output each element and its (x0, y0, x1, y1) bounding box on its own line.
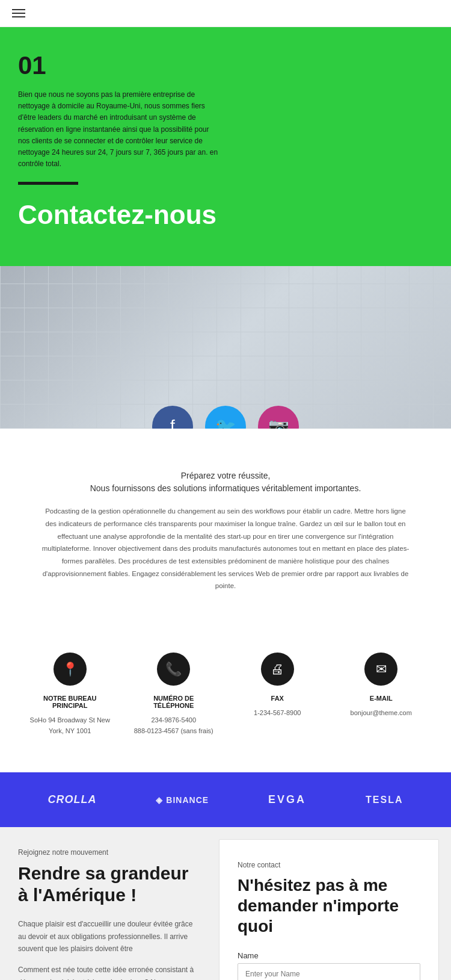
contact-card-fax: 🖨 FAX 1-234-567-8900 (226, 653, 330, 736)
bottom-section: Rejoignez notre mouvement Rendre sa gran… (0, 827, 451, 980)
social-icons-group: f 🐦 📷 (152, 406, 299, 429)
brand-binance: ◈ BINANCE (156, 795, 209, 805)
info-body: Podcasting de la gestion opérationnelle … (39, 505, 412, 592)
email-info: bonjour@theme.com (330, 708, 434, 719)
left-panel: Rejoignez notre mouvement Rendre sa gran… (0, 827, 219, 980)
left-panel-text2: Comment est née toute cette idée erronée… (18, 964, 201, 980)
contact-card-email: ✉ E-MAIL bonjour@theme.com (330, 653, 434, 736)
phone-title: NUMÉRO DETÉLÉPHONE (122, 695, 226, 709)
header (0, 0, 451, 27)
hero-divider (18, 182, 78, 185)
contact-cards: 📍 NOTRE BUREAUPRINCIPAL SoHo 94 Broadway… (0, 640, 451, 772)
phone-info: 234-9876-5400888-0123-4567 (sans frais) (122, 715, 226, 736)
phone-icon: 📞 (157, 653, 190, 686)
fax-info: 1-234-567-8900 (226, 708, 330, 719)
office-info: SoHo 94 Broadway St NewYork, NY 1001 (18, 715, 122, 736)
left-panel-label: Rejoignez notre mouvement (18, 848, 201, 857)
facebook-icon[interactable]: f (152, 406, 193, 429)
location-icon: 📍 (54, 653, 87, 686)
building-background (0, 266, 451, 429)
contact-card-phone: 📞 NUMÉRO DETÉLÉPHONE 234-9876-5400888-01… (122, 653, 226, 736)
brand-evga: EVGA (268, 793, 306, 806)
brand-tesla: TESLA (366, 795, 403, 805)
left-panel-title: Rendre sa grandeur à l'Amérique ! (18, 863, 201, 906)
right-panel-label: Notre contact (238, 861, 420, 869)
tagline-1: Préparez votre réussite, (18, 471, 433, 480)
name-input[interactable] (238, 963, 420, 980)
brands-section: CROLLA ◈ BINANCE EVGA TESLA (0, 772, 451, 827)
info-section: Préparez votre réussite, Nous fournisson… (0, 429, 451, 640)
hero-number: 01 (18, 51, 433, 80)
contact-form-panel: Notre contact N'hésitez pas à me demande… (219, 839, 439, 980)
name-label: Name (238, 951, 420, 960)
tagline-2: Nous fournissons des solutions informati… (18, 483, 433, 493)
left-panel-text1: Chaque plaisir est d'accueillir une doul… (18, 918, 201, 955)
fax-title: FAX (226, 695, 330, 702)
hero-title: Contactez-nous (18, 200, 433, 230)
hero-section: 01 Bien que nous ne soyons pas la premiè… (0, 27, 451, 266)
fax-icon: 🖨 (261, 653, 294, 686)
hamburger-menu-button[interactable] (12, 9, 25, 17)
office-title: NOTRE BUREAUPRINCIPAL (18, 695, 122, 709)
instagram-icon[interactable]: 📷 (258, 406, 299, 429)
right-panel-title: N'hésitez pas à me demander n'importe qu… (238, 875, 420, 936)
email-icon: ✉ (364, 653, 397, 686)
building-section: f 🐦 📷 (0, 266, 451, 429)
hero-description: Bien que nous ne soyons pas la première … (18, 89, 222, 170)
contact-card-office: 📍 NOTRE BUREAUPRINCIPAL SoHo 94 Broadway… (18, 653, 122, 736)
email-title: E-MAIL (330, 695, 434, 702)
twitter-icon[interactable]: 🐦 (205, 406, 246, 429)
brand-crolla: CROLLA (48, 793, 96, 806)
name-field-group: Name (238, 951, 420, 980)
